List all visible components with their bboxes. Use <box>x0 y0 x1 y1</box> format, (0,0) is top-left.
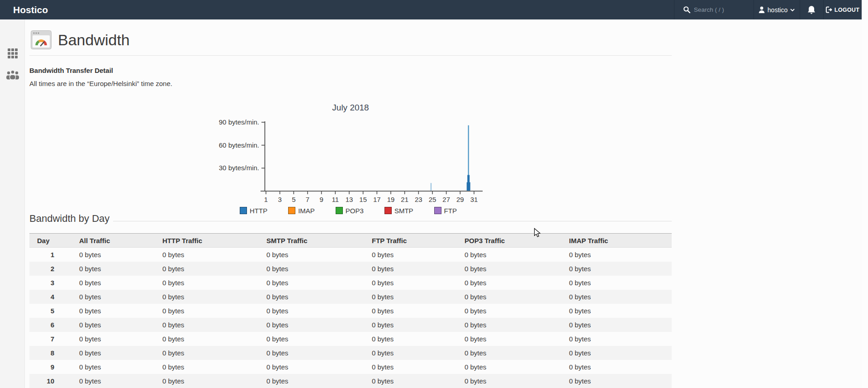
sidebar-item-users[interactable] <box>0 70 25 80</box>
traffic-cell: 0 bytes <box>457 276 561 290</box>
brand-logo[interactable]: Hostico <box>13 0 48 19</box>
table-row: 80 bytes0 bytes0 bytes0 bytes0 bytes0 by… <box>29 346 672 360</box>
traffic-cell: 0 bytes <box>71 276 155 290</box>
traffic-cell: 0 bytes <box>561 290 672 304</box>
timezone-note: All times are in the “Europe/Helsinki” t… <box>29 80 172 87</box>
svg-text:30 bytes/min.: 30 bytes/min. <box>219 164 259 172</box>
top-navbar: Hostico hostico LOGOUT <box>0 0 862 19</box>
day-cell: 8 <box>29 346 71 360</box>
traffic-cell: 0 bytes <box>561 276 672 290</box>
col-smtp: SMTP Traffic <box>259 234 364 248</box>
traffic-cell: 0 bytes <box>561 304 672 318</box>
day-cell: 4 <box>29 290 71 304</box>
traffic-cell: 0 bytes <box>71 304 155 318</box>
left-sidebar <box>0 19 25 388</box>
apps-grid-icon <box>8 48 18 58</box>
chart-title: July 2018 <box>332 103 369 112</box>
traffic-cell: 0 bytes <box>364 262 457 276</box>
traffic-cell: 0 bytes <box>561 346 672 360</box>
svg-text:11: 11 <box>332 196 339 203</box>
svg-text:7: 7 <box>306 196 309 203</box>
table-header-row: Day All Traffic HTTP Traffic SMTP Traffi… <box>29 234 672 248</box>
traffic-cell: 0 bytes <box>71 332 155 346</box>
traffic-cell: 0 bytes <box>155 318 259 332</box>
traffic-cell: 0 bytes <box>259 276 364 290</box>
traffic-cell: 0 bytes <box>457 248 561 262</box>
day-cell: 6 <box>29 318 71 332</box>
search-input[interactable] <box>694 6 747 13</box>
traffic-cell: 0 bytes <box>364 374 457 388</box>
traffic-cell: 0 bytes <box>259 346 364 360</box>
traffic-cell: 0 bytes <box>457 304 561 318</box>
byday-heading: Bandwidth by Day <box>29 213 109 225</box>
col-all: All Traffic <box>71 234 155 248</box>
svg-text:1: 1 <box>264 196 268 203</box>
traffic-cell: 0 bytes <box>259 248 364 262</box>
traffic-cell: 0 bytes <box>259 374 364 388</box>
traffic-cell: 0 bytes <box>561 248 672 262</box>
logout-label: LOGOUT <box>835 7 859 13</box>
traffic-cell: 0 bytes <box>457 290 561 304</box>
user-menu[interactable]: hostico <box>754 0 800 19</box>
scrollbar-track[interactable] <box>862 0 868 388</box>
traffic-cell: 0 bytes <box>71 290 155 304</box>
table-row: 60 bytes0 bytes0 bytes0 bytes0 bytes0 by… <box>29 318 672 332</box>
svg-text:25: 25 <box>429 196 436 203</box>
col-pop3: POP3 Traffic <box>457 234 561 248</box>
table-row: 30 bytes0 bytes0 bytes0 bytes0 bytes0 by… <box>29 276 672 290</box>
traffic-cell: 0 bytes <box>364 360 457 374</box>
x-axis-ticks: 135791113151719212325272931 <box>264 191 478 203</box>
svg-text:15: 15 <box>359 196 367 203</box>
table-row: 40 bytes0 bytes0 bytes0 bytes0 bytes0 by… <box>29 290 672 304</box>
day-cell: 3 <box>29 276 71 290</box>
svg-text:9: 9 <box>319 196 323 203</box>
day-cell: 5 <box>29 304 71 318</box>
svg-text:31: 31 <box>470 196 478 203</box>
traffic-cell: 0 bytes <box>364 290 457 304</box>
traffic-cell: 0 bytes <box>259 318 364 332</box>
svg-text:13: 13 <box>346 196 353 203</box>
traffic-cell: 0 bytes <box>71 248 155 262</box>
traffic-cell: 0 bytes <box>561 262 672 276</box>
svg-text:5: 5 <box>292 196 295 203</box>
header-divider <box>29 55 672 56</box>
traffic-cell: 0 bytes <box>155 332 259 346</box>
table-row: 10 bytes0 bytes0 bytes0 bytes0 bytes0 by… <box>29 248 672 262</box>
day-cell: 1 <box>29 248 71 262</box>
notifications-button[interactable] <box>800 0 823 19</box>
table-row: 100 bytes0 bytes0 bytes0 bytes0 bytes0 b… <box>29 374 672 388</box>
traffic-cell: 0 bytes <box>155 374 259 388</box>
traffic-cell: 0 bytes <box>259 360 364 374</box>
traffic-cell: 0 bytes <box>259 332 364 346</box>
traffic-cell: 0 bytes <box>561 374 672 388</box>
svg-text:3: 3 <box>278 196 281 203</box>
table-row: 90 bytes0 bytes0 bytes0 bytes0 bytes0 by… <box>29 360 672 374</box>
traffic-cell: 0 bytes <box>155 262 259 276</box>
svg-text:27: 27 <box>442 196 450 203</box>
traffic-cell: 0 bytes <box>259 290 364 304</box>
traffic-cell: 0 bytes <box>364 276 457 290</box>
traffic-cell: 0 bytes <box>259 304 364 318</box>
traffic-cell: 0 bytes <box>71 374 155 388</box>
search-box[interactable] <box>674 0 754 19</box>
traffic-cell: 0 bytes <box>364 318 457 332</box>
traffic-cell: 0 bytes <box>155 248 259 262</box>
day-cell: 2 <box>29 262 71 276</box>
logout-icon <box>825 6 832 13</box>
y-axis-ticks: 90 bytes/min.60 bytes/min.30 bytes/min. <box>219 118 265 172</box>
traffic-cell: 0 bytes <box>457 346 561 360</box>
username: hostico <box>768 6 787 14</box>
traffic-cell: 0 bytes <box>155 360 259 374</box>
col-day: Day <box>29 234 71 248</box>
traffic-cell: 0 bytes <box>457 374 561 388</box>
logout-button[interactable]: LOGOUT <box>823 0 862 19</box>
table-row: 50 bytes0 bytes0 bytes0 bytes0 bytes0 by… <box>29 304 672 318</box>
chevron-down-icon <box>790 9 795 11</box>
sidebar-item-apps[interactable] <box>0 48 25 58</box>
traffic-cell: 0 bytes <box>561 318 672 332</box>
day-cell: 7 <box>29 332 71 346</box>
user-groups-icon <box>6 70 19 80</box>
svg-text:90 bytes/min.: 90 bytes/min. <box>219 118 259 126</box>
traffic-cell: 0 bytes <box>155 290 259 304</box>
traffic-cell: 0 bytes <box>561 332 672 346</box>
